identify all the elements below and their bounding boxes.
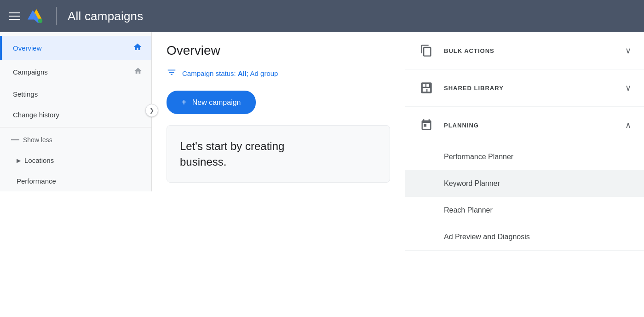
sidebar-item-campaigns[interactable]: Campaigns xyxy=(0,60,151,84)
sidebar-collapse-button[interactable]: ❯ xyxy=(145,104,158,117)
card-text: Let's start by creating business. xyxy=(180,138,377,169)
planning-left: PLANNING xyxy=(418,117,479,133)
google-ads-logo xyxy=(28,7,45,25)
content-card: Let's start by creating business. xyxy=(167,125,390,183)
sidebar-overview-label: Overview xyxy=(13,44,42,52)
ad-preview-label: Ad Preview and Diagnosis xyxy=(444,233,530,241)
locations-expand-icon: ▶ xyxy=(17,157,21,164)
sidebar-settings-label: Settings xyxy=(13,90,38,98)
shared-library-left: SHARED LIBRARY xyxy=(418,80,504,96)
new-campaign-button[interactable]: + New campaign xyxy=(167,91,256,114)
planning-header[interactable]: PLANNING ∧ xyxy=(405,107,644,144)
sidebar-item-locations[interactable]: ▶ Locations xyxy=(0,150,151,171)
bulk-actions-label: BULK ACTIONS xyxy=(444,47,494,54)
sidebar-show-less[interactable]: — Show less xyxy=(0,129,151,150)
card-text-line1: Let's start by creating xyxy=(180,140,284,152)
plus-icon: + xyxy=(181,97,187,108)
collapse-arrow-icon: ❯ xyxy=(150,107,154,114)
performance-planner-label: Performance Planner xyxy=(444,153,513,161)
sidebar-item-performance[interactable]: Performance xyxy=(0,171,151,191)
overview-page-title: Overview xyxy=(167,43,390,58)
sidebar-item-change-history[interactable]: Change history xyxy=(0,104,151,125)
header-divider xyxy=(56,7,57,25)
planning-icon xyxy=(418,117,435,133)
planning-item-performance-planner[interactable]: Performance Planner xyxy=(405,144,644,170)
bulk-actions-header[interactable]: BULK ACTIONS ∨ xyxy=(405,32,644,69)
planning-item-ad-preview[interactable]: Ad Preview and Diagnosis xyxy=(405,224,644,250)
shared-library-section: SHARED LIBRARY ∨ xyxy=(405,69,644,107)
reach-planner-label: Reach Planner xyxy=(444,206,493,214)
shared-library-label: SHARED LIBRARY xyxy=(444,85,504,92)
planning-item-keyword-planner[interactable]: Keyword Planner xyxy=(405,170,644,197)
sidebar-item-settings[interactable]: Settings xyxy=(0,84,151,104)
sidebar: Overview Campaigns Settings Change histo… xyxy=(0,32,152,191)
campaigns-home-icon xyxy=(134,67,142,77)
app-header: All campaigns xyxy=(0,0,644,32)
sidebar-change-history-label: Change history xyxy=(13,111,59,119)
planning-chevron: ∧ xyxy=(625,120,631,130)
filter-bar: Campaign status: All; Ad group xyxy=(167,67,390,80)
planning-item-reach-planner[interactable]: Reach Planner xyxy=(405,197,644,224)
filter-text: Campaign status: All; Ad group xyxy=(182,69,278,77)
svg-point-5 xyxy=(38,19,43,23)
main-content: Overview Campaign status: All; Ad group … xyxy=(152,32,405,317)
bulk-actions-icon xyxy=(418,42,435,59)
card-text-line2: business. xyxy=(180,156,226,168)
menu-icon[interactable] xyxy=(9,12,20,20)
shared-library-header[interactable]: SHARED LIBRARY ∨ xyxy=(405,69,644,106)
dash-icon: — xyxy=(11,135,19,144)
bulk-actions-left: BULK ACTIONS xyxy=(418,42,494,59)
planning-section: PLANNING ∧ Performance Planner Keyword P… xyxy=(405,107,644,251)
sidebar-divider-1 xyxy=(0,127,151,127)
sidebar-item-overview[interactable]: Overview xyxy=(0,36,151,60)
new-campaign-label: New campaign xyxy=(192,98,241,107)
keyword-planner-label: Keyword Planner xyxy=(444,179,500,187)
page-title-header: All campaigns xyxy=(68,9,143,23)
show-less-label: Show less xyxy=(23,136,52,144)
right-panel: BULK ACTIONS ∨ SHARED LIBRARY ∨ xyxy=(405,32,644,317)
sidebar-campaigns-label: Campaigns xyxy=(13,68,48,76)
sidebar-locations-label: Locations xyxy=(24,156,54,164)
shared-library-icon xyxy=(418,80,435,96)
bulk-actions-section: BULK ACTIONS ∨ xyxy=(405,32,644,69)
planning-content: Performance Planner Keyword Planner Reac… xyxy=(405,144,644,250)
overview-home-icon xyxy=(133,42,142,54)
filter-icon[interactable] xyxy=(167,67,177,80)
sidebar-performance-label: Performance xyxy=(17,177,56,185)
shared-library-chevron: ∨ xyxy=(625,83,631,93)
planning-label: PLANNING xyxy=(444,122,479,129)
bulk-actions-chevron: ∨ xyxy=(625,46,631,56)
